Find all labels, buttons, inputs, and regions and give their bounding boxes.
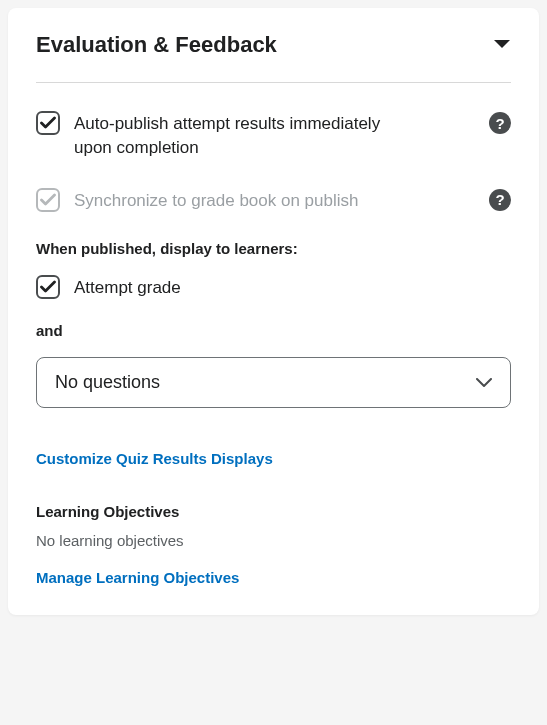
checkmark-icon	[40, 193, 56, 207]
display-section-heading: When published, display to learners:	[36, 240, 511, 257]
auto-publish-checkbox[interactable]	[36, 111, 60, 135]
panel-header[interactable]: Evaluation & Feedback	[36, 32, 511, 83]
help-icon[interactable]: ?	[489, 189, 511, 211]
panel-title: Evaluation & Feedback	[36, 32, 277, 58]
evaluation-feedback-panel: Evaluation & Feedback Auto-publish attem…	[8, 8, 539, 615]
sync-gradebook-checkbox	[36, 188, 60, 212]
collapse-caret-icon	[493, 39, 511, 51]
conjunction-text: and	[36, 322, 511, 339]
questions-display-dropdown[interactable]: No questions	[36, 357, 511, 408]
attempt-grade-checkbox[interactable]	[36, 275, 60, 299]
auto-publish-row: Auto-publish attempt results immediately…	[36, 111, 511, 160]
sync-gradebook-label: Synchronize to grade book on publish	[74, 188, 358, 213]
help-icon[interactable]: ?	[489, 112, 511, 134]
chevron-down-icon	[476, 378, 492, 388]
learning-objectives-heading: Learning Objectives	[36, 503, 511, 520]
checkmark-icon	[40, 280, 56, 294]
manage-objectives-link[interactable]: Manage Learning Objectives	[36, 569, 239, 586]
auto-publish-label: Auto-publish attempt results immediately…	[74, 111, 404, 160]
checkmark-icon	[40, 116, 56, 130]
customize-displays-link[interactable]: Customize Quiz Results Displays	[36, 450, 273, 467]
dropdown-value: No questions	[55, 372, 160, 393]
sync-gradebook-row: Synchronize to grade book on publish ?	[36, 188, 511, 213]
attempt-grade-row: Attempt grade	[36, 275, 511, 300]
learning-objectives-empty: No learning objectives	[36, 532, 511, 549]
attempt-grade-label: Attempt grade	[74, 275, 181, 300]
